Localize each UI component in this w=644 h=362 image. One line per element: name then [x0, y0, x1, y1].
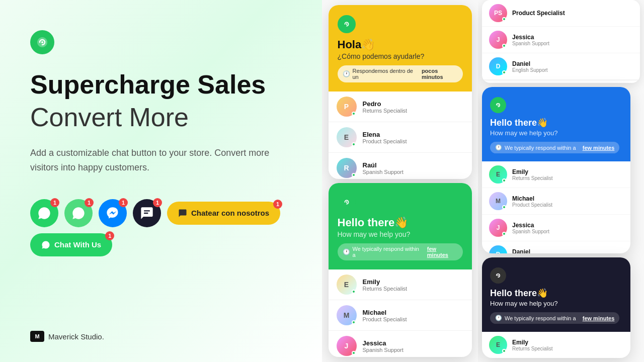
widget-green-greeting: Hello there👋: [338, 216, 463, 229]
widget-dark-response-time: 🕐 We typically respond within a few minu…: [490, 312, 619, 324]
agent-role-jessica-top: Spanish Support: [512, 41, 549, 46]
widget-blue-body: E Emily Returns Specialist M Michael: [482, 161, 630, 253]
widget-dark-body: E Emily Returns Specialist: [482, 332, 630, 358]
widget-dark-greeting: Hello there👋: [490, 288, 622, 299]
maverick-logo-box: M: [30, 331, 44, 342]
agent-item-michael-b[interactable]: M Michael Product Specialist: [482, 188, 630, 215]
widget-dark: Hello there👋 How may we help you? 🕐 We t…: [482, 257, 630, 358]
widgets-col-right: PS Product Specialist J Jessica Spanish …: [478, 0, 644, 362]
chatear-btn[interactable]: Chatear con nosotros 1: [167, 202, 280, 225]
badge-2: 1: [85, 198, 94, 207]
agent-name-raul: Raúl: [363, 161, 404, 169]
widget-blue-response-time: 🕐 We typically respond within a few minu…: [490, 142, 619, 153]
agent-role-jessica-g: Spanish Support: [363, 347, 404, 353]
agent-item-jessica-g[interactable]: J Jessica Spanish Support: [329, 331, 472, 357]
agent-role-jessica-b: Spanish Support: [512, 229, 549, 234]
page-headline: Supercharge Sales: [30, 70, 292, 99]
agent-item-michael-g[interactable]: M Michael Product Specialist: [329, 300, 472, 331]
agent-item-emily-d[interactable]: E Emily Returns Specialist: [482, 332, 630, 358]
agent-item-emily-b[interactable]: E Emily Returns Specialist: [482, 161, 630, 188]
agent-name-daniel-top: Daniel: [512, 60, 548, 67]
widget-dark-subgreeting: How may we help you?: [490, 300, 622, 307]
agent-name-pedro: Pedro: [363, 100, 408, 108]
page-subheadline: Convert More: [30, 103, 292, 132]
badge-5: 1: [273, 200, 282, 209]
agent-name-jessica-top: Jessica: [512, 34, 549, 41]
agent-item-elena[interactable]: E Elena Product Specialist: [329, 122, 472, 153]
response-time-bold: pocos minutos: [422, 68, 458, 80]
agent-name-michael-b: Michael: [512, 195, 552, 202]
agent-name-daniel-b: Daniel: [512, 248, 548, 253]
widget-yellow-response-time: 🕐 Respondemos dentro de un pocos minutos: [338, 65, 463, 82]
whatsapp-circle-btn-2[interactable]: 1: [64, 199, 93, 227]
agent-role-elena: Product Specialist: [363, 138, 407, 144]
agent-role-michael-g: Product Specialist: [363, 316, 407, 322]
agent-name-jessica-b: Jessica: [512, 222, 549, 229]
agent-name-emily-g: Emily: [363, 278, 408, 286]
widget-blue-greeting: Hello there👋: [490, 117, 622, 128]
agent-name-elena: Elena: [363, 131, 407, 138]
widget-yellow-header: Hola👋 ¿Cómo podemos ayudarle? 🕐 Responde…: [329, 5, 472, 92]
agent-role-pedro: Returns Specialist: [363, 108, 408, 114]
agent-item-daniel-b[interactable]: D Daniel English Support: [482, 241, 630, 253]
widget-blue: Hello there👋 How may we help you? 🕐 We t…: [482, 87, 630, 253]
svg-point-0: [41, 41, 43, 43]
chat-buttons-row: 1 1 1 1: [30, 199, 292, 256]
widget-green: Hello there👋 How may we help you? 🕐 We t…: [329, 183, 472, 357]
widget-green-subgreeting: How may we help you?: [338, 230, 463, 238]
widget-top-partial-footer: Find us on ♪: [482, 80, 640, 83]
maverick-label: Maverick Studio.: [48, 332, 104, 341]
widget-dark-logo: [490, 267, 506, 284]
widget-yellow-subgreeting: ¿Cómo podemos ayudarle?: [338, 52, 463, 60]
whatsapp-circle-btn-1[interactable]: 1: [30, 199, 58, 227]
green-response-text: We typically respond within a: [353, 246, 421, 258]
widget-green-logo: [338, 193, 356, 211]
agent-avatar-daniel-b: D: [489, 245, 507, 253]
blue-response-bold: few minutes: [583, 145, 615, 151]
green-response-bold: few minutes: [427, 246, 458, 258]
agent-item-specialist-partial[interactable]: PS Product Specialist: [482, 0, 640, 27]
left-panel: Supercharge Sales Convert More Add a cus…: [0, 0, 322, 362]
agent-role-raul: Spanish Support: [363, 169, 404, 175]
chat-circle-btn[interactable]: 1: [133, 199, 161, 227]
widget-green-header: Hello there👋 How may we help you? 🕐 We t…: [329, 183, 472, 269]
widget-blue-header: Hello there👋 How may we help you? 🕐 We t…: [482, 87, 630, 161]
widget-yellow-body: P Pedro Returns Specialist E Elena: [329, 92, 472, 179]
widget-yellow: Hola👋 ¿Cómo podemos ayudarle? 🕐 Responde…: [329, 5, 472, 179]
widget-top-partial: PS Product Specialist J Jessica Spanish …: [482, 0, 640, 83]
badge-1: 1: [50, 198, 59, 207]
svg-point-11: [498, 105, 499, 106]
chat-with-us-label: Chat With Us: [54, 240, 101, 249]
badge-6: 1: [105, 231, 114, 240]
agent-role-daniel-top: English Support: [512, 67, 548, 73]
agent-item-pedro[interactable]: P Pedro Returns Specialist: [329, 92, 472, 122]
blue-response-text: We typically respond within a: [505, 145, 576, 151]
agent-item-jessica-b[interactable]: J Jessica Spanish Support: [482, 215, 630, 241]
agent-role-emily-b: Returns Specialist: [512, 175, 553, 181]
agent-item-daniel-top[interactable]: D Daniel English Support: [482, 53, 640, 80]
widgets-col-left: Hola👋 ¿Cómo podemos ayudarle? 🕐 Responde…: [322, 0, 478, 362]
widget-green-body: E Emily Returns Specialist M Michael: [329, 269, 472, 357]
agent-role-emily-g: Returns Specialist: [363, 286, 408, 292]
badge-3: 1: [119, 198, 128, 207]
response-time-text: Respondemos dentro de un: [353, 68, 415, 80]
widget-yellow-logo: [338, 15, 356, 33]
agent-role-emily-d: Returns Specialist: [512, 346, 553, 351]
messenger-circle-btn[interactable]: 1: [99, 199, 127, 227]
svg-point-14: [498, 275, 499, 277]
dark-response-bold: few minutes: [583, 315, 615, 321]
agent-role-michael-b: Product Specialist: [512, 202, 552, 208]
right-panel: Hola👋 ¿Cómo podemos ayudarle? 🕐 Responde…: [322, 0, 644, 362]
widget-dark-header: Hello there👋 How may we help you? 🕐 We t…: [482, 257, 630, 332]
chatear-label: Chatear con nosotros: [191, 209, 269, 217]
logo-mark: [30, 30, 54, 54]
dark-response-text: We typically respond within a: [505, 315, 576, 321]
widget-yellow-greeting: Hola👋: [338, 38, 463, 51]
agent-item-emily-g[interactable]: E Emily Returns Specialist: [329, 269, 472, 300]
page-description: Add a customizable chat button to your s…: [30, 146, 272, 175]
chat-with-us-btn[interactable]: Chat With Us 1: [30, 233, 112, 256]
agent-item-raul[interactable]: R Raúl Spanish Support: [329, 153, 472, 179]
agent-item-jessica-top[interactable]: J Jessica Spanish Support: [482, 27, 640, 53]
agent-name-jessica-g: Jessica: [363, 339, 404, 347]
widget-blue-logo: [490, 97, 506, 113]
